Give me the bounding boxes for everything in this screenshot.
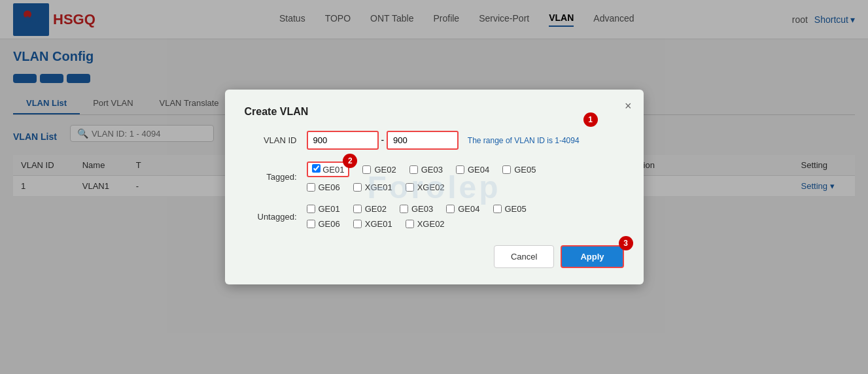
tagged-ge02-checkbox[interactable] xyxy=(362,165,371,174)
dash-separator: - xyxy=(381,135,384,145)
step1-badge: 1 xyxy=(583,112,598,127)
untagged-row-1: GE01 GE02 GE03 GE04 xyxy=(307,204,624,207)
untagged-ge01-label: GE01 xyxy=(319,204,340,207)
dialog-title: Create VLAN xyxy=(245,106,624,118)
untagged-ge02-checkbox[interactable] xyxy=(353,205,362,207)
tagged-ge06-checkbox[interactable] xyxy=(307,183,315,192)
tagged-ge06-label: GE06 xyxy=(319,182,340,192)
tagged-ge04[interactable]: GE04 xyxy=(456,165,489,175)
tagged-xge01-label: XGE01 xyxy=(365,182,392,192)
vlan-id-inputs: 1 - The range of VLAN ID is 1-4094 xyxy=(307,131,580,150)
tagged-ge05-checkbox[interactable] xyxy=(502,165,511,174)
tagged-label: Tagged: xyxy=(245,172,297,182)
tagged-xge02[interactable]: XGE02 xyxy=(406,182,445,192)
dialog-overlay: Forolep Create VLAN × VLAN ID 1 - The ra… xyxy=(0,0,868,207)
tagged-ge01[interactable]: 2 GE01 xyxy=(307,162,350,177)
tagged-row-1: 2 GE01 GE02 GE03 GE04 xyxy=(307,162,624,177)
tagged-ge06[interactable]: GE06 xyxy=(307,182,340,192)
tagged-ge02[interactable]: GE02 xyxy=(362,165,396,175)
untagged-ge04-label: GE04 xyxy=(458,204,479,207)
untagged-ge01[interactable]: GE01 xyxy=(307,204,340,207)
tagged-ge03-checkbox[interactable] xyxy=(409,165,418,174)
tagged-row-2: GE06 XGE01 XGE02 xyxy=(307,182,624,192)
vlan-id-from-input[interactable] xyxy=(307,131,379,150)
untagged-ge01-checkbox[interactable] xyxy=(307,205,315,207)
close-button[interactable]: × xyxy=(625,99,632,113)
untagged-ge04-checkbox[interactable] xyxy=(446,205,455,207)
tagged-xge01[interactable]: XGE01 xyxy=(353,182,392,192)
untagged-ge05[interactable]: GE05 xyxy=(493,204,527,207)
untagged-ge04[interactable]: GE04 xyxy=(446,204,479,207)
tagged-ge03[interactable]: GE03 xyxy=(409,165,443,175)
range-hint: The range of VLAN ID is 1-4094 xyxy=(468,136,580,145)
untagged-row: Untagged: GE01 GE02 GE03 xyxy=(245,204,624,207)
untagged-ge02-label: GE02 xyxy=(365,204,387,207)
tagged-ge02-label: GE02 xyxy=(374,165,396,175)
create-vlan-dialog: Forolep Create VLAN × VLAN ID 1 - The ra… xyxy=(225,90,644,207)
vlan-id-row: VLAN ID 1 - The range of VLAN ID is 1-40… xyxy=(245,131,624,150)
tagged-ge05[interactable]: GE05 xyxy=(502,165,536,175)
tagged-ge05-label: GE05 xyxy=(514,165,536,175)
tagged-ge04-checkbox[interactable] xyxy=(456,165,464,174)
tagged-checkboxes: 2 GE01 GE02 GE03 GE04 xyxy=(307,162,624,192)
untagged-ge03[interactable]: GE03 xyxy=(400,204,433,207)
tagged-ge03-label: GE03 xyxy=(421,165,443,175)
untagged-ge02[interactable]: GE02 xyxy=(353,204,387,207)
tagged-xge02-label: XGE02 xyxy=(417,182,445,192)
vlan-id-to-input[interactable] xyxy=(387,131,459,150)
untagged-ge05-label: GE05 xyxy=(505,204,527,207)
tagged-ge04-label: GE04 xyxy=(468,165,489,175)
vlan-id-label: VLAN ID xyxy=(245,135,297,145)
untagged-checkboxes: GE01 GE02 GE03 GE04 xyxy=(307,204,624,207)
step1-badge-container: 1 xyxy=(583,112,598,127)
untagged-ge05-checkbox[interactable] xyxy=(493,205,502,207)
tagged-xge02-checkbox[interactable] xyxy=(406,183,414,192)
step2-badge-container: 2 xyxy=(343,154,357,168)
tagged-ge01-checkbox[interactable] xyxy=(312,164,321,173)
untagged-ge03-checkbox[interactable] xyxy=(400,205,408,207)
tagged-xge01-checkbox[interactable] xyxy=(353,183,362,192)
tagged-row: Tagged: 2 GE01 GE02 xyxy=(245,162,624,192)
untagged-ge03-label: GE03 xyxy=(411,204,433,207)
step2-badge: 2 xyxy=(343,154,357,168)
tagged-ge01-label: GE01 xyxy=(322,165,344,175)
